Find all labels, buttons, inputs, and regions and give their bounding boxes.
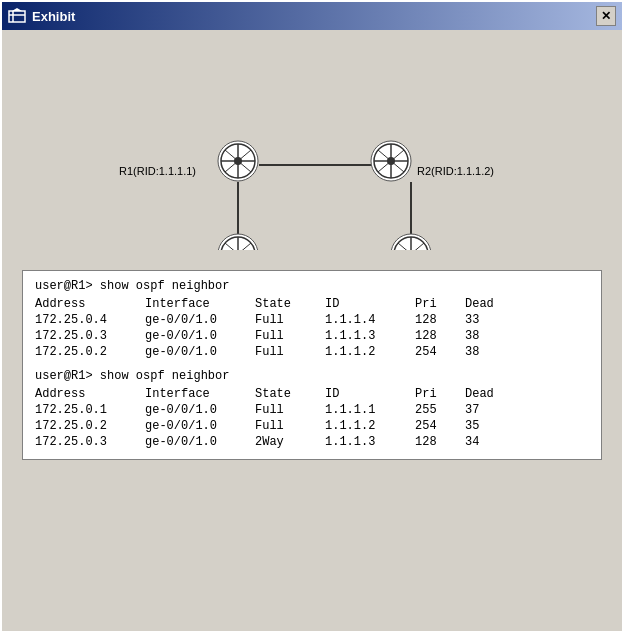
svg-point-20 [387, 157, 395, 165]
main-content: R1(RID:1.1.1.1) R2(RID:1.1.1.2) R3(RID:1… [2, 30, 622, 631]
table-row: 172.25.0.1 ge-0/0/1.0 Full 1.1.1.1 255 3… [35, 403, 589, 417]
window-title: Exhibit [32, 9, 75, 24]
table-header-1: Address Interface State ID Pri Dead [35, 297, 589, 311]
col-state-1: State [255, 297, 325, 311]
svg-point-13 [234, 157, 242, 165]
table-row: 172.25.0.3 ge-0/0/1.0 Full 1.1.1.3 128 3… [35, 329, 589, 343]
col-address-1: Address [35, 297, 145, 311]
app-icon [8, 7, 26, 25]
col-interface-2: Interface [145, 387, 255, 401]
command-line-1: user@R1> show ospf neighbor [35, 279, 589, 293]
command-line-2: user@R1> show ospf neighbor [35, 369, 589, 383]
col-dead-2: Dead [465, 387, 515, 401]
table-row: 172.25.0.2 ge-0/0/1.0 Full 1.1.1.2 254 3… [35, 419, 589, 433]
network-diagram: R1(RID:1.1.1.1) R2(RID:1.1.1.2) R3(RID:1… [22, 40, 602, 260]
ospf-tables: user@R1> show ospf neighbor Address Inte… [22, 270, 602, 460]
table-row: 172.25.0.4 ge-0/0/1.0 Full 1.1.1.4 128 3… [35, 313, 589, 327]
close-button[interactable]: ✕ [596, 6, 616, 26]
svg-text:R1(RID:1.1.1.1): R1(RID:1.1.1.1) [119, 165, 196, 177]
col-pri-2: Pri [415, 387, 465, 401]
col-interface-1: Interface [145, 297, 255, 311]
col-id-2: ID [325, 387, 415, 401]
col-pri-1: Pri [415, 297, 465, 311]
svg-rect-0 [9, 11, 25, 22]
exhibit-window: Exhibit ✕ [0, 0, 624, 633]
col-address-2: Address [35, 387, 145, 401]
table-row: 172.25.0.2 ge-0/0/1.0 Full 1.1.1.2 254 3… [35, 345, 589, 359]
col-state-2: State [255, 387, 325, 401]
table-row: 172.25.0.3 ge-0/0/1.0 2Way 1.1.1.3 128 3… [35, 435, 589, 449]
title-bar-left: Exhibit [8, 7, 75, 25]
svg-text:R2(RID:1.1.1.2): R2(RID:1.1.1.2) [417, 165, 494, 177]
title-bar: Exhibit ✕ [2, 2, 622, 30]
table-header-2: Address Interface State ID Pri Dead [35, 387, 589, 401]
col-id-1: ID [325, 297, 415, 311]
svg-marker-3 [12, 8, 22, 11]
col-dead-1: Dead [465, 297, 515, 311]
